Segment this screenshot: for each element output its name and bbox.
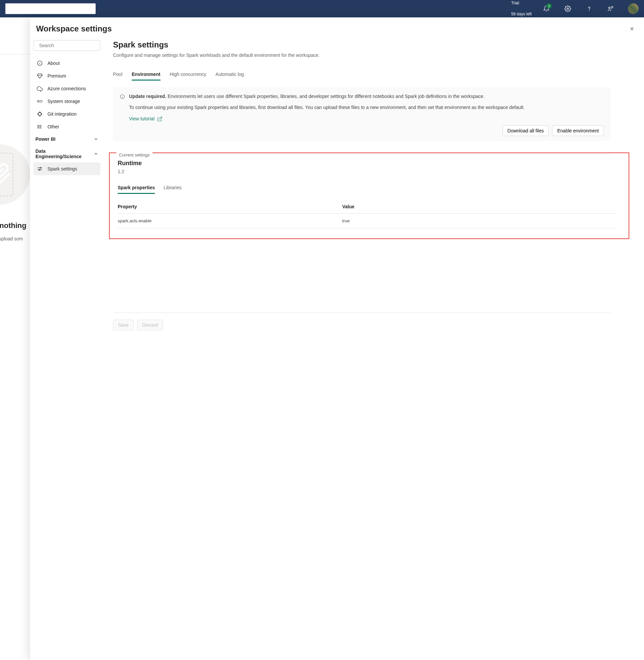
svg-point-2: [608, 7, 610, 9]
svg-point-3: [612, 6, 613, 8]
notifications-button[interactable]: 3: [540, 2, 553, 15]
question-icon: [586, 5, 593, 12]
settings-button[interactable]: [561, 2, 574, 15]
global-search-input[interactable]: [5, 3, 96, 14]
user-avatar[interactable]: [628, 3, 639, 14]
person-feedback-icon: [607, 5, 614, 12]
app-header: Trial: 59 days left 3: [0, 0, 644, 17]
help-button[interactable]: [582, 2, 596, 15]
feedback-button[interactable]: [604, 2, 617, 15]
gear-icon: [565, 5, 571, 12]
trial-status[interactable]: Trial: 59 days left: [511, 0, 532, 17]
svg-point-0: [567, 8, 569, 10]
svg-point-1: [589, 10, 590, 11]
notification-badge: 3: [546, 3, 552, 9]
